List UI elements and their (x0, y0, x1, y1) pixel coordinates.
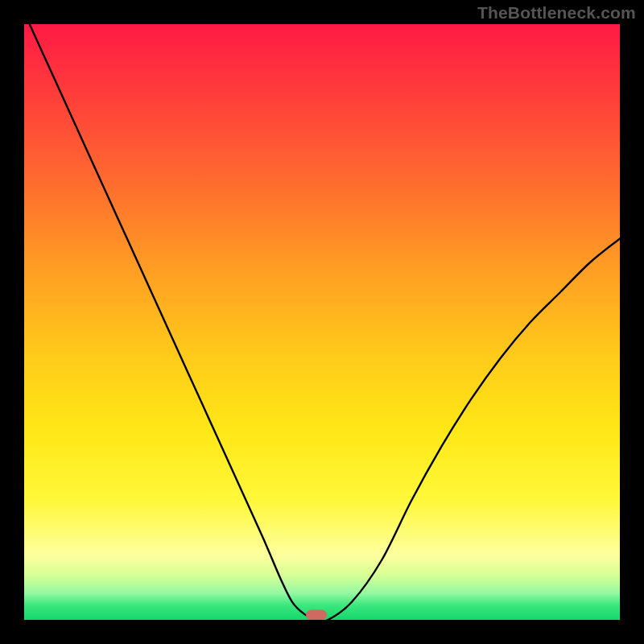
plot-area (24, 24, 620, 620)
bottleneck-curve (24, 24, 620, 620)
optimal-marker (306, 610, 327, 621)
chart-frame: TheBottleneck.com (0, 0, 644, 644)
curve-path (24, 24, 620, 620)
watermark-text: TheBottleneck.com (477, 3, 636, 23)
